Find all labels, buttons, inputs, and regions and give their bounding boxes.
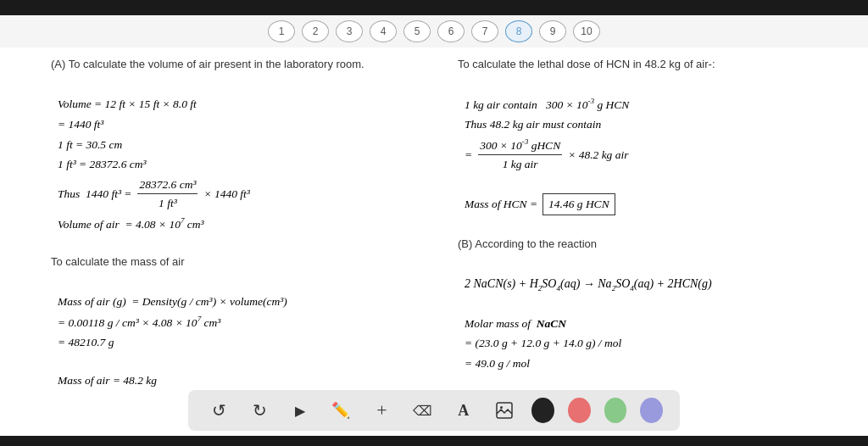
- lethal-frac-d: 1 kg air: [501, 155, 540, 174]
- mass-formula: Mass of air (g) = Density(g / cm³) × vol…: [58, 293, 407, 311]
- tabs-bar: 1 2 3 4 5 6 7 8 9 10: [0, 15, 868, 47]
- tab-8[interactable]: 8: [505, 20, 532, 42]
- undo-button[interactable]: ↺: [205, 395, 232, 426]
- right-panel: To calculate the lethal dose of HCN in 4…: [432, 47, 868, 395]
- molar-calc2: = 49.0 g / mol: [465, 354, 851, 373]
- thus-prefix: Thus 1440 ft³ =: [58, 185, 131, 203]
- toolbar: ↺ ↻ ▶ ✏️ + ⌫ A: [188, 390, 680, 431]
- frac-denominator: 1 ft³: [157, 194, 179, 213]
- tab-2[interactable]: 2: [302, 20, 329, 42]
- color-black[interactable]: [531, 398, 554, 423]
- molar-intro: Molar mass of NaCN: [465, 315, 851, 333]
- volume-result: = 1440 ft³: [58, 115, 407, 134]
- add-button[interactable]: +: [368, 395, 395, 426]
- tab-4[interactable]: 4: [370, 20, 397, 42]
- tab-9[interactable]: 9: [539, 20, 566, 42]
- thus-line: Thus 1440 ft³ = 28372.6 cm³ 1 ft³ × 1440…: [58, 176, 407, 213]
- lethal-fraction: = 300 × 10-3 gHCN 1 kg air × 48.2 kg air: [465, 136, 851, 174]
- hcn-value: 14.46 g HCN: [542, 193, 615, 215]
- content-area: (A) To calculate the volume of air prese…: [0, 47, 868, 395]
- eraser-button[interactable]: ⌫: [409, 395, 437, 426]
- equals-sign: =: [465, 146, 472, 164]
- molar-calc1: = (23.0 g + 12.0 g + 14.0 g) / mol: [465, 334, 851, 353]
- tab-1[interactable]: 1: [268, 20, 295, 42]
- air-contain: 1 kg air contain 300 × 10-3 g HCN: [465, 95, 851, 114]
- ft3-cm3: 1 ft³ = 28372.6 cm³: [58, 155, 407, 174]
- top-bar: [0, 0, 868, 15]
- redo-button[interactable]: ↻: [246, 395, 273, 426]
- lethal-frac: 300 × 10-3 gHCN 1 kg air: [478, 136, 562, 174]
- pencil-button[interactable]: ✏️: [327, 395, 354, 426]
- tab-10[interactable]: 10: [573, 20, 600, 42]
- hcn-label: Mass of HCN =: [465, 195, 537, 214]
- svg-point-1: [500, 406, 503, 409]
- volume-formula: Volume = 12 ft × 15 ft × 8.0 ft: [58, 95, 407, 114]
- right-intro: To calculate the lethal dose of HCN in 4…: [458, 56, 851, 74]
- bottom-bar: [0, 436, 868, 446]
- tab-6[interactable]: 6: [437, 20, 465, 42]
- thus-suffix: × 1440 ft³: [203, 185, 249, 203]
- image-button[interactable]: [491, 395, 518, 426]
- svg-rect-0: [497, 403, 512, 418]
- text-button[interactable]: A: [450, 395, 477, 426]
- lethal-frac-n: 300 × 10-3 gHCN: [478, 136, 562, 155]
- must-contain: Thus 48.2 kg air must contain: [465, 115, 851, 134]
- tab-3[interactable]: 3: [336, 20, 363, 42]
- left-panel: (A) To calculate the volume of air prese…: [0, 47, 432, 395]
- ft-cm: 1 ft = 30.5 cm: [58, 136, 407, 154]
- section-a-label: (A) To calculate the volume of air prese…: [51, 56, 407, 74]
- hcn-mass-line: Mass of HCN = 14.46 g HCN: [465, 193, 851, 215]
- color-red[interactable]: [568, 398, 591, 423]
- volume-air: Volume of air = 4.08 × 107 cm³: [58, 215, 407, 233]
- tab-5[interactable]: 5: [403, 20, 431, 42]
- section-b-label: (B) According to the reaction: [458, 236, 851, 254]
- lethal-frac-suffix: × 48.2 kg air: [568, 146, 628, 164]
- fraction-unit: 28372.6 cm³ 1 ft³: [137, 176, 198, 213]
- reaction-equation: 2 NaCN(s) + H2SO4(aq) → Na2SO4(aq) + 2HC…: [465, 275, 851, 294]
- color-purple[interactable]: [640, 398, 663, 423]
- mass-calc1: = 0.00118 g / cm³ × 4.08 × 107 cm³: [58, 313, 407, 332]
- tab-7[interactable]: 7: [471, 20, 498, 42]
- color-green[interactable]: [604, 398, 627, 423]
- select-button[interactable]: ▶: [287, 395, 314, 426]
- frac-numerator: 28372.6 cm³: [137, 176, 198, 195]
- mass-section-label: To calculate the mass of air: [51, 254, 407, 271]
- mass-result: Mass of air = 48.2 kg: [58, 371, 407, 390]
- mass-calc2: = 48210.7 g: [58, 333, 407, 352]
